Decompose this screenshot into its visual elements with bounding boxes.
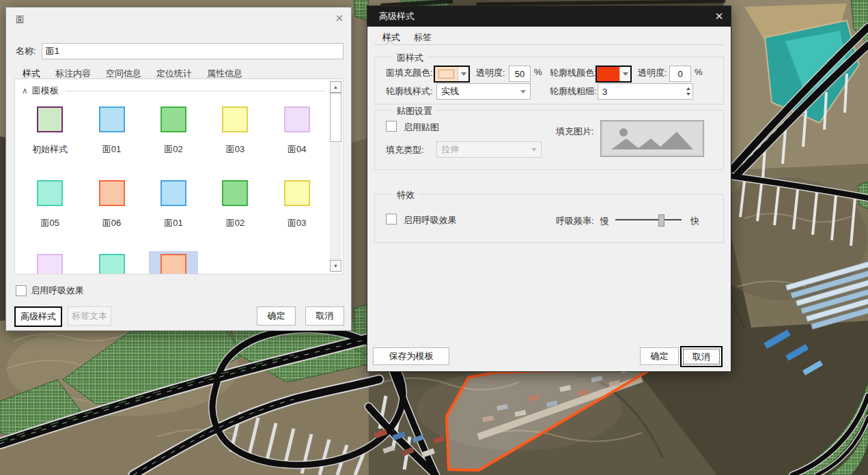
breathing-effect-checkbox[interactable] [16, 285, 27, 296]
template-section-title: 面模板 [32, 85, 59, 97]
chevron-down-icon [520, 90, 526, 93]
breathing-frequency-slider[interactable] [615, 214, 682, 226]
template-item[interactable]: 面04 [266, 100, 328, 173]
fill-type-select[interactable]: 拉伸 [436, 141, 542, 158]
texture-settings-group: 贴图设置 启用贴图 填充图片: 填充类型: 拉伸 [374, 110, 724, 170]
template-swatch[interactable] [284, 106, 310, 132]
template-item[interactable] [81, 247, 142, 274]
texture-group-title: 贴图设置 [393, 105, 436, 117]
ok-button[interactable]: 确定 [640, 347, 679, 365]
face-style-group-title: 面样式 [393, 52, 428, 64]
template-item[interactable] [19, 247, 81, 274]
enable-breathing-row: 启用呼吸效果 [386, 214, 457, 227]
percent-sign: % [534, 67, 542, 77]
template-item[interactable]: 面03 [266, 173, 328, 247]
fill-type-label: 填充类型: [386, 144, 424, 156]
template-item[interactable]: 面02 [143, 100, 204, 173]
save-as-template-button[interactable]: 保存为模板 [373, 347, 449, 365]
section-rule [66, 91, 325, 91]
template-swatch[interactable] [37, 106, 63, 132]
scroll-thumb[interactable] [330, 93, 341, 142]
name-label: 名称: [16, 45, 36, 57]
template-swatch[interactable] [99, 180, 125, 206]
breathing-effect-row: 启用呼吸效果 [16, 285, 84, 297]
chevron-down-icon[interactable] [458, 67, 468, 81]
outline-opacity-input[interactable]: 0 [669, 66, 691, 82]
fill-opacity-input[interactable]: 50 [509, 66, 531, 82]
template-item[interactable]: 初始样式 [19, 100, 81, 173]
breathing-effect-label: 启用呼吸效果 [31, 285, 84, 297]
template-item[interactable]: 面03 [204, 100, 266, 173]
slider-handle[interactable] [658, 214, 664, 227]
fill-image-label: 填充图片: [556, 126, 594, 138]
template-swatch[interactable] [284, 180, 310, 206]
template-item[interactable]: 面06 [81, 173, 142, 247]
template-swatch[interactable] [160, 254, 186, 274]
template-grid: 初始样式 面01 面02 面03 面04 面05 面06 面01 面02 面03 [19, 100, 328, 274]
template-item[interactable]: 面02 [204, 173, 266, 247]
template-swatch[interactable] [99, 106, 125, 132]
chevron-down-icon [531, 148, 537, 152]
fast-label: 快 [690, 215, 699, 227]
slow-label: 慢 [600, 215, 609, 227]
close-icon[interactable]: ✕ [328, 8, 351, 29]
slider-track[interactable] [615, 219, 682, 220]
enable-texture-row: 启用贴图 [386, 121, 439, 134]
template-swatch[interactable] [37, 180, 63, 206]
enable-breathing-label: 启用呼吸效果 [404, 215, 457, 225]
close-icon[interactable]: ✕ [708, 6, 731, 27]
breathing-frequency-label: 呼吸频率: [556, 215, 594, 227]
face-dialog: 面 ✕ 名称: 面1 样式 标注内容 空间信息 定位统计 属性信息 ∧ 面模板 … [5, 7, 352, 331]
opacity-label: 透明度: [476, 67, 505, 79]
outline-style-select[interactable]: 实线 [436, 83, 531, 100]
image-placeholder-icon [611, 126, 693, 151]
ok-button[interactable]: 确定 [257, 306, 296, 326]
chevron-down-icon[interactable] [619, 67, 630, 81]
template-swatch[interactable] [37, 254, 63, 274]
outline-color-picker[interactable] [596, 66, 632, 83]
outline-width-stepper[interactable]: 3 [598, 83, 693, 100]
effects-group: 特效 启用呼吸效果 呼吸频率: 慢 快 [374, 194, 724, 243]
stepper-up-icon[interactable] [686, 87, 690, 90]
template-swatch[interactable] [160, 180, 186, 206]
cancel-button[interactable]: 取消 [305, 306, 344, 326]
fill-image-preview[interactable] [600, 120, 704, 157]
cancel-button[interactable]: 取消 [680, 346, 723, 367]
advanced-dialog-titlebar: 高级样式 [367, 6, 731, 27]
face-style-group: 面样式 面填充颜色: 透明度: 50 % 轮廓线颜色: 透明度: 0 % 轮廓线… [374, 57, 724, 104]
outline-color-label: 轮廓线颜色: [550, 67, 597, 79]
template-swatch[interactable] [222, 180, 248, 206]
collapse-chevron-icon[interactable]: ∧ [22, 86, 28, 96]
scroll-down-button[interactable]: ▼ [330, 260, 341, 272]
tab-label[interactable]: 标签 [414, 31, 432, 44]
enable-breathing-checkbox[interactable] [386, 214, 397, 225]
template-swatch[interactable] [160, 106, 186, 132]
template-panel: ∧ 面模板 初始样式 面01 面02 面03 面04 面05 面06 面01 面… [14, 79, 344, 274]
template-swatch[interactable] [222, 106, 248, 132]
opacity-label: 透明度: [638, 67, 667, 79]
stepper-down-icon[interactable] [686, 93, 690, 96]
template-scrollbar[interactable]: ▲ ▼ [330, 81, 341, 272]
outline-width-label: 轮廓线粗细: [550, 85, 597, 98]
template-item[interactable]: 面05 [19, 173, 81, 247]
label-text-button[interactable]: 标签文本 [68, 306, 111, 326]
advanced-dialog-title: 高级样式 [379, 10, 415, 23]
enable-texture-checkbox[interactable] [386, 121, 397, 132]
template-item[interactable]: 面01 [143, 173, 204, 247]
advanced-style-button[interactable]: 高级样式 [14, 306, 62, 327]
template-item-selected[interactable] [143, 247, 204, 274]
template-item[interactable]: 面01 [81, 100, 142, 173]
enable-texture-label: 启用贴图 [404, 122, 439, 132]
tab-separator [374, 44, 724, 45]
scroll-up-button[interactable]: ▲ [330, 81, 341, 93]
percent-sign: % [695, 67, 703, 77]
fill-color-label: 面填充颜色: [386, 67, 433, 79]
effects-group-title: 特效 [393, 189, 419, 201]
outline-style-label: 轮廓线样式: [386, 85, 433, 98]
face-dialog-title: 面 [16, 14, 25, 26]
fill-color-picker[interactable] [434, 66, 470, 83]
template-swatch[interactable] [99, 254, 125, 274]
name-input[interactable]: 面1 [42, 43, 344, 59]
advanced-style-dialog: 高级样式 ✕ 样式 标签 面样式 面填充颜色: 透明度: 50 % 轮廓线颜色:… [367, 5, 731, 372]
